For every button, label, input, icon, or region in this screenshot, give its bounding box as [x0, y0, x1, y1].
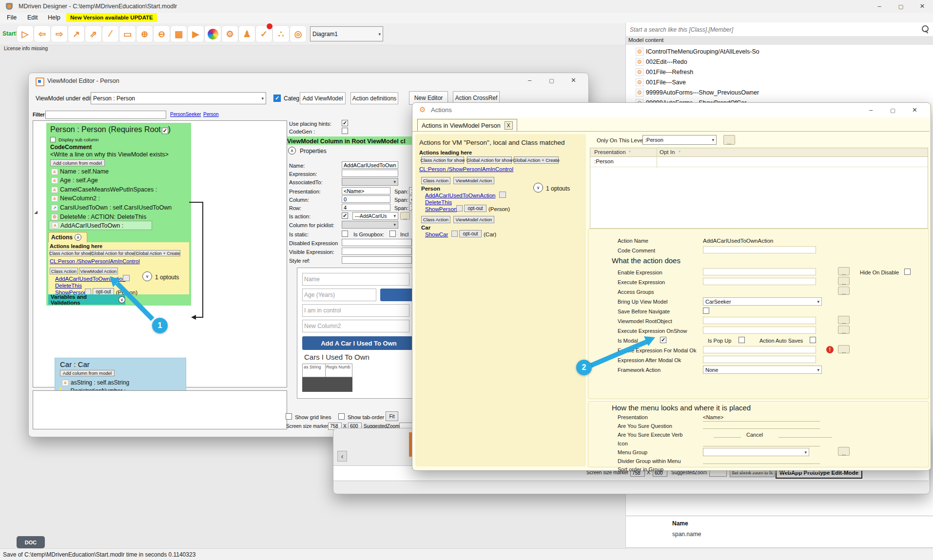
preview-age-input[interactable] — [302, 289, 376, 301]
vm-column-row[interactable]: ⚙ DeleteMe : ACTION: DeleteThis — [51, 213, 146, 220]
root-object-input[interactable] — [703, 317, 816, 324]
cars-table-selected-row[interactable] — [302, 377, 352, 392]
hide-on-disable-checkbox[interactable] — [904, 269, 911, 275]
vm-column-row[interactable]: A NewColumn2 : — [51, 195, 100, 202]
model-item-row[interactable]: ⚙ 001File---Refresh — [636, 67, 693, 77]
model-item-row[interactable]: ⚙ 001File---Save — [636, 77, 686, 87]
execute-expression-dots[interactable]: ... — [838, 277, 850, 285]
enable-expression-dots[interactable]: ... — [838, 267, 850, 275]
actions-minimize-button[interactable]: – — [860, 103, 882, 117]
divider-group-input[interactable] — [703, 457, 820, 464]
model-item-row[interactable]: ⚙ IControlTheMenuGrouping/AtAllLevels-So — [636, 47, 759, 57]
cars-table-header-col1[interactable]: as String — [302, 364, 326, 377]
menu-help[interactable]: Help — [48, 14, 60, 21]
vm-column-row[interactable]: A Name : self.Name — [51, 168, 109, 175]
vm-column-row[interactable]: A CamelCaseMeansWePutInSpaces : — [51, 186, 157, 193]
style-ref-input[interactable] — [342, 256, 412, 264]
model-item-row[interactable]: ⚙ 99999AutoForms---Show_PreviousOwner — [636, 88, 759, 97]
prop-associated-select[interactable]: ▾ — [342, 178, 398, 186]
menu-group-dots[interactable]: ... — [838, 447, 850, 456]
color-wheel-icon[interactable] — [204, 25, 221, 42]
class-action-for-show-button[interactable]: Class Action for show — [50, 250, 91, 256]
add-column-button[interactable]: Add column from model — [50, 159, 105, 166]
enable-modal-ok-input[interactable] — [703, 346, 816, 353]
action-options-box[interactable] — [499, 192, 506, 198]
execute-expression-input[interactable] — [703, 278, 816, 285]
under-edit-select[interactable]: Person : Person ▾ — [91, 92, 266, 104]
draw-link-arrow-icon[interactable]: ⇗ — [85, 25, 102, 42]
sync-spin-icon[interactable]: ◎ — [290, 25, 307, 42]
model-search-input[interactable] — [629, 24, 914, 35]
vm-maximize-button[interactable]: ▢ — [541, 73, 563, 88]
zoom-in-icon[interactable]: ⊕ — [136, 25, 153, 42]
zoom-out-icon[interactable]: ⊖ — [153, 25, 170, 42]
cars-table-header-col2[interactable]: Regis Numb — [325, 364, 352, 377]
enable-expression-input[interactable] — [703, 268, 816, 275]
opt-out-button[interactable]: opt-out — [464, 205, 486, 212]
preview-control-input[interactable] — [302, 304, 409, 317]
preview-newcol-input[interactable] — [302, 320, 409, 332]
prop-row-input[interactable] — [342, 204, 390, 211]
back-arrow-icon[interactable]: ⇦ — [34, 25, 51, 42]
menu-file[interactable]: File — [7, 14, 17, 21]
show-tab-order-checkbox[interactable] — [338, 413, 345, 420]
icon-input[interactable] — [703, 440, 820, 446]
vm-column-row[interactable]: A asString : self.asString — [62, 379, 129, 386]
exec-onshow-dots[interactable]: ... — [838, 326, 850, 334]
delete-this-link[interactable]: DeleteThis — [425, 199, 452, 205]
auto-saves-checkbox[interactable] — [810, 337, 816, 343]
forward-arrow-icon[interactable]: ⇨ — [51, 25, 68, 42]
funnel-icon[interactable]: ▼ — [628, 150, 631, 153]
settings-gears-icon[interactable]: ⚙ — [221, 25, 238, 42]
only-level-dots-button[interactable]: ... — [723, 135, 735, 145]
optouts-expand-icon[interactable]: ∨ — [533, 183, 543, 193]
viewmodel-action-button[interactable]: ViewModel Action — [453, 177, 494, 184]
fit-button[interactable]: Fit — [386, 411, 398, 421]
cancel-verb-input[interactable] — [778, 431, 832, 438]
are-you-sure-question-input[interactable] — [703, 422, 820, 429]
run-icon[interactable]: ▷ — [17, 25, 34, 42]
collapse-handle-icon[interactable]: ◢ — [34, 210, 38, 214]
collapse-up-icon[interactable]: ∧ — [75, 234, 81, 241]
vm-close-button[interactable]: ✕ — [563, 73, 584, 88]
actions-maximize-button[interactable]: ▢ — [882, 103, 904, 117]
maximize-button[interactable]: ▢ — [890, 0, 912, 13]
visible-expression-input[interactable] — [342, 248, 412, 255]
code-comment-input[interactable] — [703, 246, 816, 253]
is-static-checkbox[interactable] — [342, 231, 348, 237]
is-groupbox-checkbox[interactable] — [389, 231, 396, 237]
vm-minimize-button[interactable]: – — [519, 73, 541, 88]
preview-add-car-button[interactable]: Add A Car I Used To Own — [302, 336, 415, 350]
is-action-dots-button[interactable]: ... — [400, 212, 410, 220]
update-banner[interactable]: New Version available UPDATE — [66, 13, 157, 22]
model-item-row[interactable]: ⚙ 002Edit---Redo — [636, 57, 687, 67]
access-person-icon[interactable]: ♟ — [238, 25, 255, 42]
is-popup-checkbox[interactable] — [739, 337, 745, 343]
global-action-for-show-button[interactable]: Global Action for show — [92, 250, 135, 256]
action-definitions-button[interactable]: Action definitions — [350, 92, 398, 104]
categ-checkbox[interactable]: ✓ — [273, 95, 281, 102]
framework-action-select[interactable]: None ▾ — [703, 366, 822, 374]
detail-name-value[interactable]: span.name — [672, 531, 701, 538]
cl-person-link[interactable]: CL:Person /ShowPersonIAmInControl — [419, 166, 513, 172]
global-action-create-button[interactable]: Global Action + Create — [514, 156, 559, 164]
sort-order-input[interactable] — [703, 465, 820, 472]
scroll-left-button[interactable]: ‹ — [337, 451, 347, 462]
autoform-icon[interactable]: ▦ — [170, 25, 187, 42]
opt-out-button[interactable]: opt-out — [459, 230, 482, 237]
class-action-button[interactable]: Class Action — [421, 177, 450, 184]
pattern-nodes-icon[interactable]: ∴ — [272, 25, 290, 42]
show-car-link[interactable]: ShowCar — [425, 232, 448, 237]
access-groups-dots[interactable]: ... — [838, 287, 850, 295]
menu-edit[interactable]: Edit — [27, 14, 38, 21]
class-action-button[interactable]: Class Action — [50, 268, 78, 274]
verb-input[interactable] — [714, 431, 741, 438]
class-action-button[interactable]: Class Action — [421, 216, 450, 223]
picklist-select[interactable]: ▾ — [342, 221, 398, 229]
prop-expression-input[interactable] — [342, 170, 398, 177]
is-action-checkbox[interactable]: ✓ — [342, 212, 348, 219]
disabled-expression-input[interactable] — [342, 239, 412, 246]
funnel-icon[interactable]: ▼ — [678, 150, 681, 153]
vm-column-row[interactable]: ↗ CarsIUsedToOwn : self.CarsIUsedToOwn — [51, 204, 172, 211]
properties-collapse-icon[interactable]: ∧ — [288, 147, 296, 154]
